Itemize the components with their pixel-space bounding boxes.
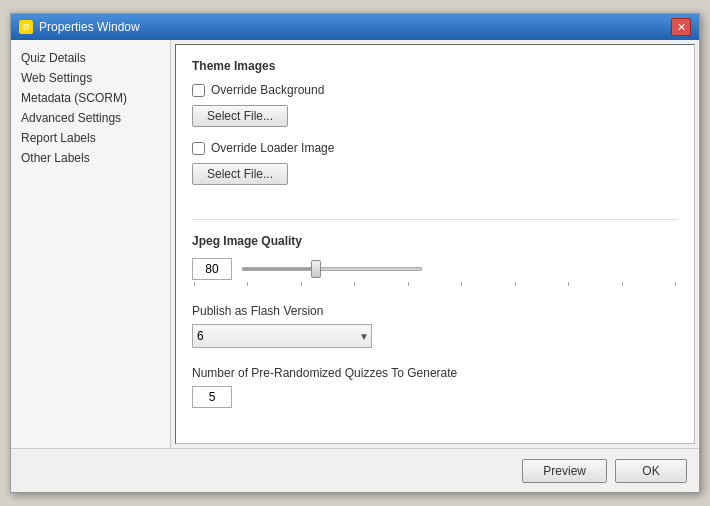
jpeg-value-input[interactable] <box>192 258 232 280</box>
tick-2 <box>247 282 248 286</box>
title-bar: ⚙ Properties Window ✕ <box>11 14 699 40</box>
tick-6 <box>461 282 462 286</box>
slider-ticks <box>192 282 678 286</box>
divider-1 <box>192 219 678 220</box>
jpeg-quality-section: Jpeg Image Quality <box>192 234 678 286</box>
tick-7 <box>515 282 516 286</box>
footer: Preview OK <box>11 448 699 492</box>
override-loader-row: Override Loader Image <box>192 141 678 155</box>
properties-window: ⚙ Properties Window ✕ Quiz Details Web S… <box>10 13 700 493</box>
theme-images-title: Theme Images <box>192 59 678 73</box>
override-background-row: Override Background <box>192 83 678 97</box>
jpeg-slider-track <box>242 267 422 271</box>
tick-1 <box>194 282 195 286</box>
jpeg-quality-row <box>192 258 678 280</box>
override-loader-checkbox[interactable] <box>192 142 205 155</box>
publish-version-section: Publish as Flash Version 6 7 8 9 10 ▼ <box>192 304 678 348</box>
randomized-value-input[interactable] <box>192 386 232 408</box>
theme-images-section: Theme Images Override Background Select … <box>192 59 678 199</box>
sidebar-item-metadata-scorm[interactable]: Metadata (SCORM) <box>11 88 170 108</box>
tick-10 <box>675 282 676 286</box>
tick-5 <box>408 282 409 286</box>
jpeg-slider-fill <box>243 268 314 270</box>
window-icon: ⚙ <box>19 20 33 34</box>
override-background-label: Override Background <box>211 83 324 97</box>
ok-button[interactable]: OK <box>615 459 687 483</box>
publish-version-label: Publish as Flash Version <box>192 304 678 318</box>
window-title: Properties Window <box>39 20 140 34</box>
tick-3 <box>301 282 302 286</box>
randomized-quizzes-section: Number of Pre-Randomized Quizzes To Gene… <box>192 366 678 408</box>
select-file-loader-button[interactable]: Select File... <box>192 163 288 185</box>
publish-version-select-wrapper: 6 7 8 9 10 ▼ <box>192 324 372 348</box>
sidebar-item-web-settings[interactable]: Web Settings <box>11 68 170 88</box>
randomized-quizzes-label: Number of Pre-Randomized Quizzes To Gene… <box>192 366 678 380</box>
tick-4 <box>354 282 355 286</box>
jpeg-slider-thumb[interactable] <box>311 260 321 278</box>
tick-8 <box>568 282 569 286</box>
main-content-area: Theme Images Override Background Select … <box>175 44 695 444</box>
tick-9 <box>622 282 623 286</box>
publish-version-select[interactable]: 6 7 8 9 10 <box>192 324 372 348</box>
jpeg-slider-container <box>242 258 422 280</box>
sidebar: Quiz Details Web Settings Metadata (SCOR… <box>11 40 171 448</box>
override-loader-label: Override Loader Image <box>211 141 334 155</box>
scroll-area[interactable]: Theme Images Override Background Select … <box>176 45 694 443</box>
window-body: Quiz Details Web Settings Metadata (SCOR… <box>11 40 699 448</box>
sidebar-item-other-labels[interactable]: Other Labels <box>11 148 170 168</box>
close-button[interactable]: ✕ <box>671 18 691 36</box>
jpeg-quality-title: Jpeg Image Quality <box>192 234 678 248</box>
override-background-checkbox[interactable] <box>192 84 205 97</box>
sidebar-item-advanced-settings[interactable]: Advanced Settings <box>11 108 170 128</box>
preview-button[interactable]: Preview <box>522 459 607 483</box>
sidebar-item-quiz-details[interactable]: Quiz Details <box>11 48 170 68</box>
sidebar-item-report-labels[interactable]: Report Labels <box>11 128 170 148</box>
select-file-bg-button[interactable]: Select File... <box>192 105 288 127</box>
